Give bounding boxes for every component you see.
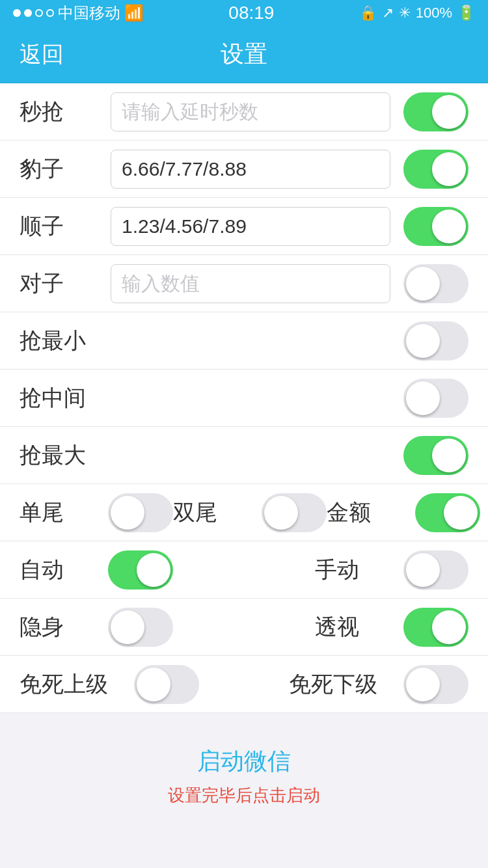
thumb-shuangwei xyxy=(264,496,298,530)
row-zuida: 抢最大 xyxy=(0,427,488,484)
input-qiang[interactable] xyxy=(111,92,390,131)
time-display: 08:19 xyxy=(228,3,274,23)
label-danwei: 单尾 xyxy=(20,498,98,528)
input-bao[interactable] xyxy=(111,150,390,189)
toggle-thumb-zuida xyxy=(432,439,466,472)
label-yinshen: 隐身 xyxy=(20,612,98,642)
toggle-dui[interactable] xyxy=(403,264,468,303)
toggle-thumb-bao xyxy=(432,152,466,186)
launch-wechat-button[interactable]: 启动微信 xyxy=(197,746,291,778)
settings-content: 秒抢 豹子 顺子 对子 xyxy=(0,83,488,713)
status-bar: 中国移动 📶 08:19 🔒 ↗ ✳ 100% 🔋 xyxy=(0,0,488,26)
toggle-zuixiao[interactable] xyxy=(403,321,468,360)
thumb-yinshen xyxy=(111,610,144,644)
toggle-track-qiang xyxy=(403,92,468,131)
toggle-shuangwei[interactable] xyxy=(262,493,327,532)
row-multi: 单尾 双尾 金额 xyxy=(0,484,488,541)
label-jine: 金额 xyxy=(327,498,405,528)
toggle-miansixiaji[interactable] xyxy=(403,665,468,704)
dot2 xyxy=(24,9,32,17)
toggle-bao[interactable] xyxy=(403,150,468,189)
multi-item-danwei: 单尾 xyxy=(20,493,173,532)
toggle-zhongjian[interactable] xyxy=(403,379,468,418)
dual-left-miansishangji: 免死上级 xyxy=(20,665,244,704)
toggle-track-zhongjian xyxy=(403,379,468,418)
toggle-track-shun xyxy=(403,207,468,246)
toggle-thumb-zhongjian xyxy=(406,381,440,415)
label-dui: 对子 xyxy=(20,269,98,299)
lock-icon: 🔒 xyxy=(359,5,377,21)
page-title: 设置 xyxy=(221,38,267,70)
dual-left-yinshen: 隐身 xyxy=(20,608,244,647)
label-zidong: 自动 xyxy=(20,555,98,585)
toggle-zidong[interactable] xyxy=(108,550,173,590)
toggle-danwei[interactable] xyxy=(108,493,173,532)
toggle-zuida[interactable] xyxy=(403,436,468,475)
battery-icon: 🔋 xyxy=(457,5,475,21)
toggle-miansishangji[interactable] xyxy=(134,665,199,704)
row-dui: 对子 xyxy=(0,255,488,312)
row-bao: 豹子 xyxy=(0,141,488,198)
toggle-shoudong[interactable] xyxy=(403,550,468,590)
input-shun[interactable] xyxy=(111,207,390,246)
wifi-icon: 📶 xyxy=(124,4,144,22)
label-shuangwei: 双尾 xyxy=(173,498,251,528)
thumb-toushi xyxy=(432,610,466,644)
thumb-danwei xyxy=(111,496,144,530)
row-shun: 顺子 xyxy=(0,198,488,255)
label-qiang: 秒抢 xyxy=(20,97,98,127)
back-button[interactable]: 返回 xyxy=(20,40,64,70)
toggle-toushi[interactable] xyxy=(403,608,468,647)
thumb-zidong xyxy=(137,553,170,587)
dot3 xyxy=(35,9,43,17)
toggle-thumb-qiang xyxy=(432,95,466,129)
label-shun: 顺子 xyxy=(20,211,98,241)
toggle-thumb-shun xyxy=(432,210,466,243)
status-right: 🔒 ↗ ✳ 100% 🔋 xyxy=(359,5,475,21)
status-left: 中国移动 📶 xyxy=(13,3,144,23)
label-bao: 豹子 xyxy=(20,154,98,184)
dual-right-miansixiaji: 免死下级 xyxy=(244,665,468,704)
thumb-miansishangji xyxy=(137,668,170,701)
toggle-shun[interactable] xyxy=(403,207,468,246)
toggle-track-dui xyxy=(403,264,468,303)
label-zhongjian: 抢中间 xyxy=(20,383,98,413)
label-toushi: 透视 xyxy=(315,612,393,642)
dual-left-zidong: 自动 xyxy=(20,550,244,590)
toggle-jine[interactable] xyxy=(415,493,480,532)
toggle-qiang[interactable] xyxy=(403,92,468,131)
multi-item-shuangwei: 双尾 xyxy=(173,493,327,532)
row-miansishangji: 免死上级 免死下级 xyxy=(0,656,488,713)
label-miansixiaji: 免死下级 xyxy=(289,670,393,699)
thumb-shoudong xyxy=(406,553,440,587)
nav-bar: 返回 设置 xyxy=(0,26,488,83)
label-miansishangji: 免死上级 xyxy=(20,670,124,699)
toggle-thumb-dui xyxy=(406,267,440,301)
input-dui[interactable] xyxy=(111,264,390,303)
label-zuida: 抢最大 xyxy=(20,441,98,470)
thumb-miansixiaji xyxy=(406,668,440,701)
label-shoudong: 手动 xyxy=(315,555,393,585)
dot1 xyxy=(13,9,21,17)
carrier-label: 中国移动 xyxy=(58,3,120,23)
row-qiang: 秒抢 xyxy=(0,83,488,141)
toggle-track-zuixiao xyxy=(403,321,468,360)
toggle-track-zuida xyxy=(403,436,468,475)
label-zuixiao: 抢最小 xyxy=(20,326,98,356)
signal-dots xyxy=(13,9,54,17)
dual-right-shoudong: 手动 xyxy=(244,550,468,590)
row-zidong: 自动 手动 xyxy=(0,541,488,599)
thumb-jine xyxy=(444,496,478,530)
toggle-yinshen[interactable] xyxy=(108,608,173,647)
battery-label: 100% xyxy=(416,5,452,21)
toggle-thumb-zuixiao xyxy=(406,324,440,358)
row-zhongjian: 抢中间 xyxy=(0,370,488,427)
dot4 xyxy=(46,9,54,17)
row-zuixiao: 抢最小 xyxy=(0,312,488,370)
row-yinshen: 隐身 透视 xyxy=(0,599,488,656)
footer: 启动微信 设置完毕后点击启动 xyxy=(0,713,488,833)
multi-item-jine: 金额 xyxy=(327,493,480,532)
footer-hint: 设置完毕后点击启动 xyxy=(168,784,320,807)
dual-right-toushi: 透视 xyxy=(244,608,468,647)
location-icon: ↗ xyxy=(382,5,394,21)
